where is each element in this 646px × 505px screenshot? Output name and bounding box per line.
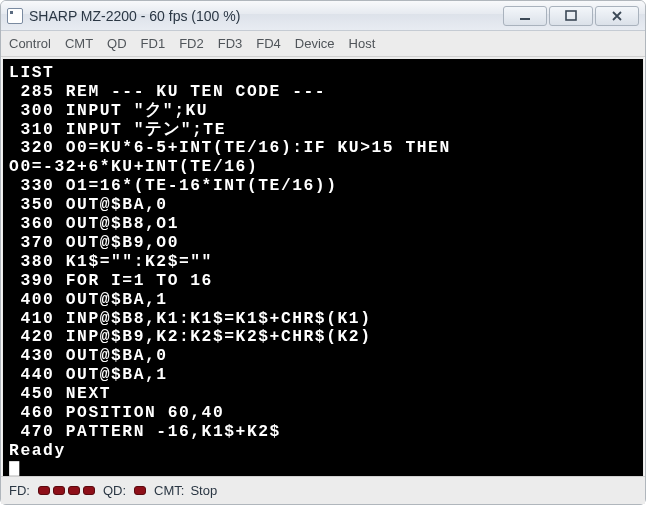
cursor: [9, 461, 19, 476]
svg-rect-0: [520, 18, 530, 20]
close-button[interactable]: [595, 6, 639, 26]
qd-led-group: [134, 486, 146, 495]
menu-cmt[interactable]: CMT: [65, 36, 93, 51]
status-cmt-label: CMT:: [154, 483, 184, 498]
close-icon: [611, 10, 623, 22]
menu-qd[interactable]: QD: [107, 36, 127, 51]
fd-led-group: [38, 486, 95, 495]
app-icon: [7, 8, 23, 24]
qd-led: [134, 486, 146, 495]
menu-control[interactable]: Control: [9, 36, 51, 51]
menu-fd1[interactable]: FD1: [141, 36, 166, 51]
svg-rect-1: [566, 11, 576, 20]
window-title: SHARP MZ-2200 - 60 fps (100 %): [29, 8, 503, 24]
menu-host[interactable]: Host: [349, 36, 376, 51]
maximize-icon: [565, 10, 577, 22]
terminal-screen[interactable]: LIST 285 REM --- KU TEN CODE --- 300 INP…: [3, 59, 643, 476]
window-buttons: [503, 6, 639, 26]
minimize-icon: [519, 10, 531, 22]
minimize-button[interactable]: [503, 6, 547, 26]
fd-led: [38, 486, 50, 495]
titlebar[interactable]: SHARP MZ-2200 - 60 fps (100 %): [1, 1, 645, 31]
menu-fd2[interactable]: FD2: [179, 36, 204, 51]
fd-led: [53, 486, 65, 495]
status-cmt-value: Stop: [190, 483, 217, 498]
fd-led: [68, 486, 80, 495]
status-qd-label: QD:: [103, 483, 126, 498]
menu-fd3[interactable]: FD3: [218, 36, 243, 51]
fd-led: [83, 486, 95, 495]
menu-device[interactable]: Device: [295, 36, 335, 51]
maximize-button[interactable]: [549, 6, 593, 26]
statusbar: FD: QD: CMT: Stop: [1, 476, 645, 504]
terminal-text: LIST 285 REM --- KU TEN CODE --- 300 INP…: [3, 59, 643, 476]
menu-fd4[interactable]: FD4: [256, 36, 281, 51]
emulator-window: SHARP MZ-2200 - 60 fps (100 %) Control C…: [0, 0, 646, 505]
status-fd-label: FD:: [9, 483, 30, 498]
menubar: Control CMT QD FD1 FD2 FD3 FD4 Device Ho…: [1, 31, 645, 57]
